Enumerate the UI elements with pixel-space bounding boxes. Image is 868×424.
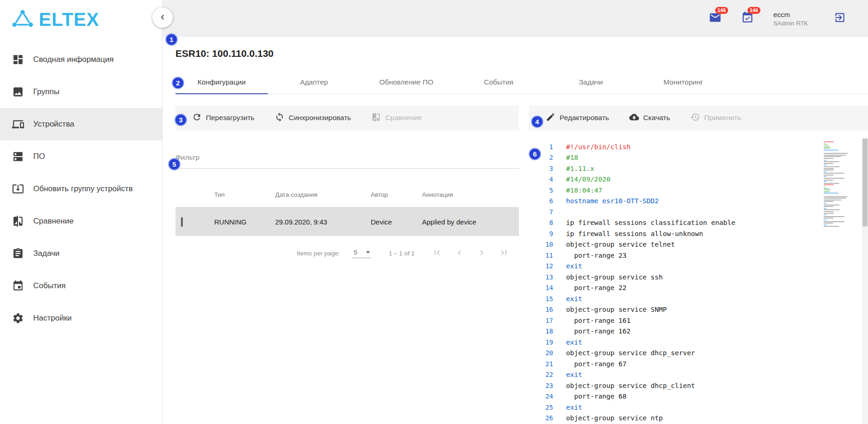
minimap-line [824,153,848,154]
edit-button[interactable]: Редактировать [546,112,609,124]
items-per-page-label: Items per page: [296,250,340,257]
minimap-line [824,163,833,164]
code-text: exit [566,295,582,303]
event-icon [12,280,24,292]
code-text: object-group service dhcp_server [566,349,695,357]
sidebar-item-groups[interactable]: Группы [0,76,162,108]
tab-tasks[interactable]: Задачи [545,71,637,94]
code-text: ip firewall sessions allow-unknown [566,230,703,237]
line-number: 5 [529,187,553,194]
editor-scrollbar[interactable] [862,139,868,424]
pencil-icon [546,112,555,124]
line-number: 21 [529,360,553,368]
sidebar-item-label: Обновить группу устройств [33,184,133,194]
code-line: 11 port-range 23 [529,250,868,261]
sidebar-item-settings[interactable]: Настройки [0,302,162,334]
assignment-icon [12,248,24,260]
tab-configurations[interactable]: Конфигурации [175,71,268,94]
code-line: 4#14/09/2020 [529,174,868,185]
first-page-icon [432,248,442,258]
tab-monitoring[interactable]: Мониторинг [637,71,729,94]
code-line: 2#18 [529,152,868,164]
minimap-line [824,206,833,207]
user-info[interactable]: eccm SAdmin RTK [773,11,808,27]
cell-annotation: Applied by device [418,218,519,226]
first-page-button[interactable] [432,248,442,259]
line-number: 23 [529,382,553,389]
tab-firmware-update[interactable]: Обновление ПО [360,71,452,94]
table-row[interactable]: RUNNING 29.09.2020, 9:43 Device Applied … [175,207,519,236]
apply-label: Применить [704,114,741,122]
code-line: 13object-group service ssh [529,272,868,283]
last-page-button[interactable] [499,248,509,259]
sidebar-item-events[interactable]: События [0,270,162,302]
code-text: port-range 68 [566,393,627,400]
app: ELTEX Сводная информация Группы Устройст… [0,0,868,424]
tab-events[interactable]: События [452,71,545,94]
events-button[interactable]: 146 [741,11,754,26]
line-number: 18 [529,327,553,335]
row-checkbox[interactable] [181,217,183,227]
sidebar-item-summary[interactable]: Сводная информация [0,43,162,76]
minimap-line [824,180,833,181]
photo-icon [12,86,24,98]
content: ESR10: 100.110.0.130 Конфигурации Адапте… [163,37,868,424]
filter-input[interactable]: Фильтр [175,153,519,169]
code-text: object-group service dhcp_client [566,382,695,389]
code-text: port-range 67 [566,360,627,368]
page-title: ESR10: 100.110.0.130 [175,48,868,59]
sidebar-item-software[interactable]: ПО [0,140,162,173]
sidebar-item-tasks[interactable]: Задачи [0,237,162,270]
code-line: 17 port-range 161 [529,315,868,326]
gear-icon [12,312,24,324]
previous-page-button[interactable] [454,248,464,259]
code-text: #18:04:47 [566,187,603,194]
minimap-line [824,201,833,202]
mail-button[interactable]: 146 [709,11,722,26]
scrollbar-thumb[interactable] [862,139,868,226]
sidebar-collapse-button[interactable]: ‹ [152,7,173,28]
cloud-download-icon [629,112,639,124]
code-text: ip firewall sessions classification enab… [566,219,735,226]
items-per-page-select[interactable]: 5 [352,248,371,258]
reload-button[interactable]: Перезагрузить [192,112,254,124]
line-number: 8 [529,219,553,226]
logout-icon [834,17,846,25]
apply-button[interactable]: Применить [690,112,741,124]
minimap-line [824,164,826,165]
minimap-line [824,211,834,212]
table-header-row: Тип Дата создания Автор Аннотация [175,182,519,207]
sync-button[interactable]: Синхронизировать [275,112,351,124]
user-role: SAdmin RTK [773,20,808,27]
code-text: hostname esr10-OTT-SDD2 [566,197,659,205]
logout-button[interactable] [834,12,846,25]
sidebar-item-devices[interactable]: Устройства [0,108,162,140]
code-text: object-group service telnet [566,241,675,248]
sidebar-item-update-group[interactable]: Обновить группу устройств [0,173,162,205]
code-line: 20object-group service dhcp_server [529,348,868,359]
minimap-line [824,158,833,159]
code-line: 21 port-range 67 [529,358,868,369]
code-text: exit [566,339,582,346]
minimap-line [824,214,826,215]
code-line: 16object-group service SNMP [529,304,868,315]
code-line: 10object-group service telnet [529,239,868,250]
tab-adapter[interactable]: Адаптер [268,71,360,94]
code-lines: 1#!/usr/bin/clish2#183#1.11.x4#14/09/202… [529,139,868,424]
download-button[interactable]: Скачать [629,112,670,124]
main-area: 146 146 eccm SAdmin RTK [163,0,868,424]
sidebar-item-label: ПО [33,152,45,161]
configs-toolbar: Перезагрузить Синхронизировать [175,105,519,130]
editor-minimap[interactable] [824,141,850,227]
config-editor[interactable]: 1#!/usr/bin/clish2#183#1.11.x4#14/09/202… [529,139,868,424]
topbar: 146 146 eccm SAdmin RTK [163,0,868,37]
minimap-line [824,193,838,194]
line-number: 20 [529,349,553,357]
sidebar-item-compare[interactable]: Сравнение [0,205,162,237]
code-text: object-group service SNMP [566,306,667,313]
line-number: 14 [529,284,553,291]
next-page-button[interactable] [476,248,487,259]
minimap-line [824,181,826,182]
compare-button[interactable]: Сравнение [371,112,422,124]
events-badge: 146 [747,7,760,14]
